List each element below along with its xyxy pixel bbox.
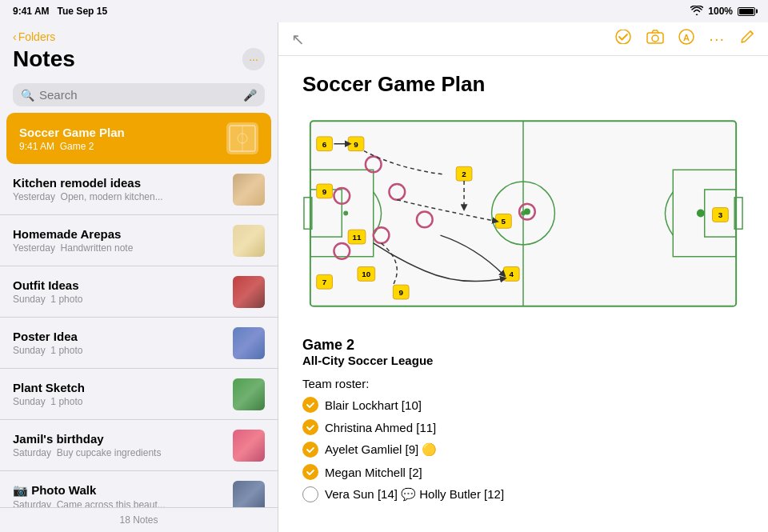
status-time: 9:41 AM Tue Sep 15	[13, 6, 107, 17]
svg-point-51	[697, 210, 705, 218]
battery-icon	[738, 7, 755, 16]
detail-pane: ↖	[278, 22, 768, 532]
soccer-field: 6 9 9 2 5	[302, 110, 744, 321]
markup-icon[interactable]: A	[678, 29, 694, 49]
check-icon[interactable]	[614, 30, 632, 48]
note-title: Soccer Game Plan	[19, 126, 218, 139]
svg-text:A: A	[683, 33, 690, 42]
note-title: Outfit Ideas	[13, 278, 225, 292]
svg-text:5: 5	[502, 217, 506, 226]
search-bar[interactable]: 🔍 🎤	[13, 83, 265, 106]
soccer-field-svg: 6 9 9 2 5	[302, 110, 744, 318]
list-item[interactable]: Plant Sketch Sunday 1 photo	[0, 369, 278, 420]
note-content: Soccer Game Plan 9:41 AM Game 2	[19, 126, 218, 152]
note-meta: Sunday 1 photo	[13, 345, 225, 356]
back-icon[interactable]: ↖	[291, 30, 305, 49]
note-title: Poster Idea	[13, 330, 225, 343]
note-thumbnail	[233, 225, 265, 257]
note-meta: Yesterday Handwritten note	[13, 242, 225, 254]
list-item[interactable]: 📷 Photo Walk Saturday Came across this b…	[0, 471, 278, 507]
list-item[interactable]: Jamil's birthday Saturday Buy cupcake in…	[0, 420, 278, 471]
note-thumbnail	[233, 327, 265, 359]
folders-label: Folders	[18, 30, 56, 43]
wifi-icon	[690, 6, 703, 18]
list-item[interactable]: Soccer Game Plan 9:41 AM Game 2	[6, 113, 271, 164]
note-content: Plant Sketch Sunday 1 photo	[13, 381, 225, 407]
folders-link[interactable]: ‹ Folders	[13, 30, 265, 43]
note-meta: Saturday Came across this beaut...	[13, 499, 225, 508]
toolbar-right: A ···	[614, 29, 755, 49]
ellipsis-icon[interactable]: ···	[709, 30, 725, 48]
detail-content: Soccer Game Plan	[278, 56, 768, 532]
main-container: ‹ Folders Notes ··· 🔍 🎤 Soccer Game Plan…	[0, 22, 768, 532]
detail-title: Soccer Game Plan	[302, 72, 744, 97]
roster-item: Vera Sun [14] 💬 Holly Butler [12]	[302, 486, 744, 502]
list-item[interactable]: Outfit Ideas Sunday 1 photo	[0, 266, 278, 318]
svg-point-50	[524, 209, 530, 215]
roster-item: Megan Mitchell [2]	[302, 464, 744, 480]
svg-text:10: 10	[362, 270, 370, 278]
sidebar-title-row: Notes ···	[13, 46, 265, 72]
notes-count: 18 Notes	[0, 507, 278, 532]
note-content: Jamil's birthday Saturday Buy cupcake in…	[13, 432, 225, 458]
note-thumbnail	[233, 276, 265, 308]
battery-percent: 100%	[708, 6, 733, 17]
status-bar: 9:41 AM Tue Sep 15 100%	[0, 0, 768, 22]
check-circle	[302, 397, 318, 413]
toolbar-left: ↖	[291, 30, 305, 49]
note-content: Kitchen remodel ideas Yesterday Open, mo…	[13, 176, 225, 202]
note-meta: Saturday Buy cupcake ingredients	[13, 447, 225, 458]
note-thumbnail	[233, 378, 265, 410]
check-circle	[302, 464, 318, 480]
sidebar-title: Notes	[13, 46, 75, 72]
mic-icon[interactable]: 🎤	[243, 89, 257, 102]
note-content: 📷 Photo Walk Saturday Came across this b…	[13, 483, 225, 508]
note-meta: 9:41 AM Game 2	[19, 141, 218, 152]
note-title: Jamil's birthday	[13, 432, 225, 446]
list-item[interactable]: Poster Idea Sunday 1 photo	[0, 318, 278, 369]
player-name: Christina Ahmed [11]	[325, 421, 436, 434]
svg-point-3	[616, 30, 630, 44]
game-subtitle: All-City Soccer League	[302, 354, 744, 367]
list-item[interactable]: Kitchen remodel ideas Yesterday Open, mo…	[0, 164, 278, 215]
svg-text:9: 9	[354, 140, 358, 149]
note-content: Poster Idea Sunday 1 photo	[13, 330, 225, 356]
note-meta: Yesterday Open, modern kitchen...	[13, 191, 225, 202]
empty-circle	[302, 486, 318, 502]
camera-icon[interactable]	[646, 30, 664, 48]
note-meta: Sunday 1 photo	[13, 294, 225, 305]
note-thumbnail	[226, 122, 258, 154]
svg-point-16	[343, 211, 348, 216]
search-icon: 🔍	[21, 89, 34, 102]
svg-text:3: 3	[718, 210, 723, 219]
search-input[interactable]	[39, 88, 238, 102]
status-icons: 100%	[690, 6, 755, 18]
list-item[interactable]: Homemade Arepas Yesterday Handwritten no…	[0, 215, 278, 266]
sidebar: ‹ Folders Notes ··· 🔍 🎤 Soccer Game Plan…	[0, 22, 278, 532]
note-thumbnail	[233, 174, 265, 206]
note-title: Kitchen remodel ideas	[13, 176, 225, 190]
svg-text:4: 4	[509, 270, 514, 278]
game-title: Game 2	[302, 337, 744, 354]
svg-text:2: 2	[462, 170, 466, 178]
check-circle	[302, 419, 318, 435]
compose-icon[interactable]	[739, 29, 755, 49]
note-title: Plant Sketch	[13, 381, 225, 394]
game-info: Game 2 All-City Soccer League	[302, 337, 744, 367]
sidebar-header: ‹ Folders Notes ···	[0, 22, 278, 77]
svg-text:9: 9	[322, 187, 327, 196]
player-name: Vera Sun [14] 💬 Holly Butler [12]	[325, 487, 504, 502]
note-content: Homemade Arepas Yesterday Handwritten no…	[13, 227, 225, 254]
note-thumbnail	[233, 481, 265, 508]
roster-item: Ayelet Gamliel [9] 🟡	[302, 442, 744, 458]
svg-text:9: 9	[398, 288, 403, 297]
svg-text:11: 11	[353, 233, 362, 242]
svg-point-5	[652, 35, 658, 42]
check-circle	[302, 442, 318, 458]
more-options-button[interactable]: ···	[242, 48, 265, 70]
svg-text:6: 6	[322, 140, 327, 149]
svg-text:7: 7	[322, 278, 327, 286]
player-name: Blair Lockhart [10]	[325, 398, 422, 412]
detail-toolbar: ↖	[278, 22, 768, 56]
player-name: Ayelet Gamliel [9] 🟡	[325, 442, 437, 457]
